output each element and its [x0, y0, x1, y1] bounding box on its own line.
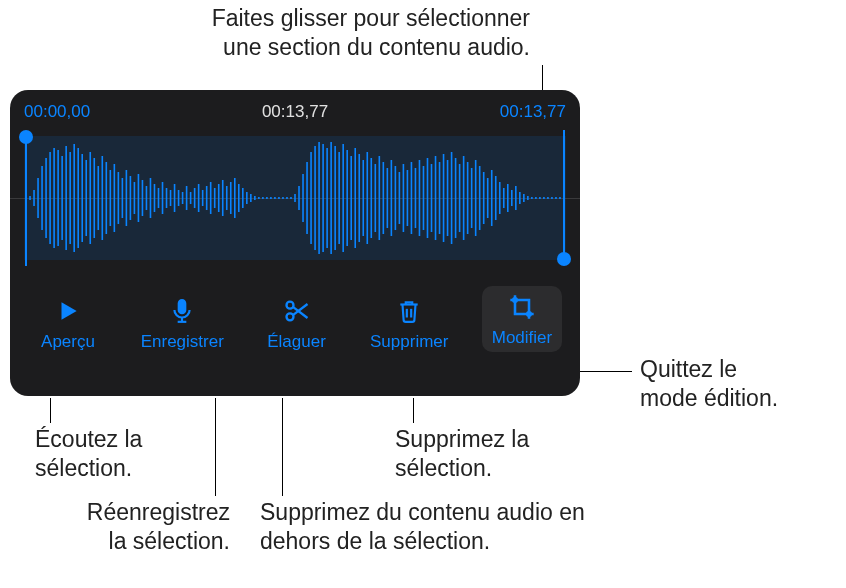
callout-listen-selection: Écoutez lasélection.	[35, 425, 235, 483]
waveform-area[interactable]	[24, 128, 566, 268]
callout-delete-selection: Supprimez lasélection.	[395, 425, 595, 483]
time-start: 00:00,00	[24, 102, 90, 122]
svg-point-142	[513, 298, 517, 302]
play-icon	[53, 296, 83, 326]
trim-label: Élaguer	[267, 332, 326, 352]
modify-button[interactable]: Modifier	[482, 286, 562, 352]
waveform	[24, 128, 566, 268]
time-end: 00:13,77	[500, 102, 566, 122]
crop-icon	[507, 292, 537, 322]
delete-label: Supprimer	[370, 332, 448, 352]
leader-line	[580, 371, 632, 372]
modify-label: Modifier	[492, 328, 552, 348]
record-button[interactable]: Enregistrer	[141, 296, 224, 352]
leader-line	[282, 398, 283, 496]
scissors-icon	[282, 296, 312, 326]
leader-line	[215, 398, 216, 496]
audio-editor-panel: 00:00,00 00:13,77 00:13,77	[10, 90, 580, 396]
preview-label: Aperçu	[41, 332, 95, 352]
callout-rerecord-selection: Réenregistrezla sélection.	[60, 498, 230, 556]
svg-rect-133	[179, 300, 186, 313]
svg-point-143	[527, 312, 531, 316]
editor-toolbar: Aperçu Enregistrer Élaguer	[24, 286, 566, 352]
delete-button[interactable]: Supprimer	[369, 296, 449, 352]
microphone-icon	[167, 296, 197, 326]
preview-button[interactable]: Aperçu	[28, 296, 108, 352]
leader-line	[413, 398, 414, 423]
callout-drag-select: Faites glisser pour sélectionnerune sect…	[110, 4, 530, 62]
record-label: Enregistrer	[141, 332, 224, 352]
leader-line	[50, 398, 51, 423]
trim-button[interactable]: Élaguer	[257, 296, 337, 352]
selection-handle-start[interactable]	[19, 130, 33, 144]
trash-icon	[394, 296, 424, 326]
selection-handle-end[interactable]	[557, 252, 571, 266]
callout-exit-edit: Quittez lemode édition.	[640, 355, 840, 413]
callout-delete-outside: Supprimez du contenu audio endehors de l…	[260, 498, 640, 556]
time-playhead: 00:13,77	[262, 102, 328, 122]
time-row: 00:00,00 00:13,77 00:13,77	[24, 102, 566, 122]
